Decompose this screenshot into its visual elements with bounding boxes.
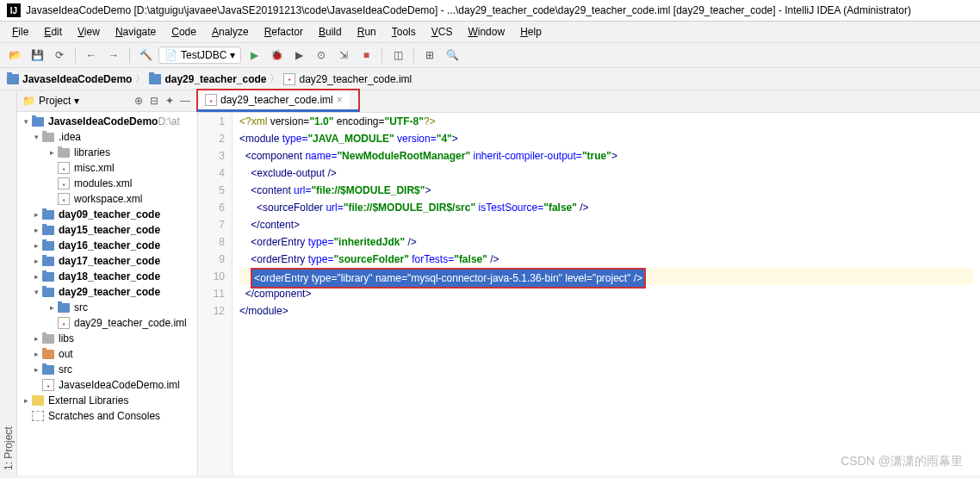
menubar: FileEditViewNavigateCodeAnalyzeRefactorB… [0, 22, 980, 43]
vcs-icon[interactable]: ◫ [388, 46, 407, 65]
folder-orange-icon [41, 348, 55, 360]
project-panel-title: Project [39, 95, 71, 107]
tree-item[interactable]: ⬥misc.xml [17, 160, 197, 176]
menu-build[interactable]: Build [312, 23, 349, 40]
folder-blue-icon [41, 255, 55, 267]
code-area[interactable]: 123456789101112 <?xml version="1.0" enco… [198, 113, 980, 475]
search-icon[interactable]: 🔍 [443, 46, 462, 65]
left-gutter: 1: Project 7: Structure [0, 90, 17, 475]
line-gutter: 123456789101112 [198, 113, 233, 475]
tree-item[interactable]: ▸day18_teacher_code [17, 269, 197, 284]
menu-tools[interactable]: Tools [385, 23, 423, 40]
breadcrumb-item[interactable]: JavaseIdeaCodeDemo [7, 73, 132, 85]
folder-gray-icon [57, 146, 71, 158]
tree-item[interactable]: ▸src [17, 300, 197, 315]
breadcrumb-item[interactable]: ⬥day29_teacher_code.iml [283, 73, 412, 85]
folder-icon [149, 74, 161, 84]
folder-gray-icon [41, 332, 55, 345]
lib-icon [31, 394, 45, 407]
save-icon[interactable]: 💾 [28, 46, 47, 65]
folder-blue-icon [41, 224, 55, 236]
tree-item[interactable]: ▸day15_teacher_code [17, 222, 197, 238]
stop-icon[interactable]: ■ [357, 46, 375, 65]
code-content[interactable]: <?xml version="1.0" encoding="UTF-8"?><m… [233, 113, 980, 475]
close-icon[interactable]: × [337, 94, 343, 106]
folder-blue-icon [57, 301, 71, 313]
menu-refactor[interactable]: Refactor [257, 23, 310, 40]
settings-icon[interactable]: ✦ [163, 94, 177, 108]
external-libraries[interactable]: ▸External Libraries [17, 393, 197, 408]
xml-icon: ⬥ [57, 317, 71, 329]
menu-code[interactable]: Code [164, 23, 203, 40]
coverage-icon[interactable]: ▶ [289, 46, 308, 65]
toolbar: 📂 💾 ⟳ ← → 🔨 📄TestJDBC▾ ▶ 🐞 ▶ ⊙ ⇲ ■ ◫ ⊞ 🔍 [0, 43, 980, 68]
xml-icon: ⬥ [41, 379, 55, 391]
tree-item[interactable]: ▾.idea [17, 129, 197, 145]
xml-icon: ⬥ [57, 162, 71, 174]
tree-item[interactable]: ▾day29_teacher_code [17, 284, 197, 300]
tree-item[interactable]: ⬥JavaseIdeaCodeDemo.iml [17, 377, 197, 393]
tree-item[interactable]: ▸day16_teacher_code [17, 238, 197, 253]
titlebar: IJ JavaseIdeaCodeDemo [D:\atguigu\javaee… [0, 0, 980, 22]
project-panel: 📁 Project ▾ ⊕ ⊟ ✦ — ▾JavaseIdeaCodeDemo … [17, 90, 198, 475]
xml-icon: ⬥ [57, 193, 71, 205]
tree-item[interactable]: ▸out [17, 346, 197, 362]
folder-blue-icon [41, 363, 55, 376]
folder-blue-icon [41, 239, 55, 251]
folder-blue-icon [41, 270, 55, 282]
tab-label: day29_teacher_code.iml [220, 94, 333, 106]
titlebar-text: JavaseIdeaCodeDemo [D:\atguigu\javaee\Ja… [26, 4, 911, 16]
breadcrumb: JavaseIdeaCodeDemo〉day29_teacher_code〉⬥d… [0, 68, 980, 90]
tree-item[interactable]: ⬥workspace.xml [17, 191, 197, 207]
collapse-icon[interactable]: ⊕ [132, 94, 146, 108]
editor-tab[interactable]: ⬥ day29_teacher_code.iml × [198, 90, 350, 109]
tree-item[interactable]: ▸day17_teacher_code [17, 253, 197, 269]
file-icon: ⬥ [283, 73, 295, 85]
tree-item[interactable]: ▸src [17, 362, 197, 377]
folder-blue-icon [41, 208, 55, 220]
breadcrumb-item[interactable]: day29_teacher_code [149, 73, 266, 85]
tree-item[interactable]: ▸day09_teacher_code [17, 207, 197, 222]
scratch-icon [31, 410, 45, 422]
attach-icon[interactable]: ⇲ [334, 46, 353, 65]
folder-icon [7, 74, 19, 84]
app-icon: IJ [7, 3, 21, 17]
project-tree[interactable]: ▾JavaseIdeaCodeDemo D:\at▾.idea▸librarie… [17, 112, 197, 475]
back-icon[interactable]: ← [82, 46, 101, 65]
menu-view[interactable]: View [71, 23, 107, 40]
structure-icon[interactable]: ⊞ [420, 46, 439, 65]
refresh-icon[interactable]: ⟳ [50, 46, 69, 65]
expand-icon[interactable]: ⊟ [147, 94, 161, 108]
editor: ⬥ day29_teacher_code.iml × 1234567891011… [198, 90, 980, 475]
scratches[interactable]: Scratches and Consoles [17, 408, 197, 424]
project-panel-header: 📁 Project ▾ ⊕ ⊟ ✦ — [17, 90, 197, 112]
tree-item[interactable]: ⬥modules.xml [17, 176, 197, 191]
editor-tab-bar: ⬥ day29_teacher_code.iml × [196, 89, 360, 112]
build-icon[interactable]: 🔨 [136, 46, 155, 65]
menu-file[interactable]: File [5, 23, 35, 40]
debug-icon[interactable]: 🐞 [267, 46, 286, 65]
run-config-dropdown[interactable]: 📄TestJDBC▾ [158, 47, 241, 64]
tree-item[interactable]: ⬥day29_teacher_code.iml [17, 315, 197, 331]
open-icon[interactable]: 📂 [5, 46, 24, 65]
menu-run[interactable]: Run [350, 23, 383, 40]
project-tool-tab[interactable]: 1: Project [3, 96, 15, 470]
menu-edit[interactable]: Edit [37, 23, 69, 40]
tree-root[interactable]: ▾JavaseIdeaCodeDemo D:\at [17, 114, 197, 129]
xml-icon: ⬥ [57, 177, 71, 189]
forward-icon[interactable]: → [104, 46, 123, 65]
tree-item[interactable]: ▸libraries [17, 145, 197, 160]
file-icon: ⬥ [205, 94, 217, 106]
menu-vcs[interactable]: VCS [425, 23, 460, 40]
hide-icon[interactable]: — [178, 94, 192, 108]
menu-analyze[interactable]: Analyze [205, 23, 256, 40]
run-icon[interactable]: ▶ [245, 46, 264, 65]
menu-navigate[interactable]: Navigate [109, 23, 163, 40]
menu-window[interactable]: Window [461, 23, 512, 40]
watermark: CSDN @潇潇的雨幕里 [840, 454, 963, 469]
folder-gray-icon [41, 131, 55, 143]
profile-icon[interactable]: ⊙ [312, 46, 331, 65]
folder-blue-icon [41, 286, 55, 298]
menu-help[interactable]: Help [513, 23, 549, 40]
tree-item[interactable]: ▸libs [17, 331, 197, 346]
